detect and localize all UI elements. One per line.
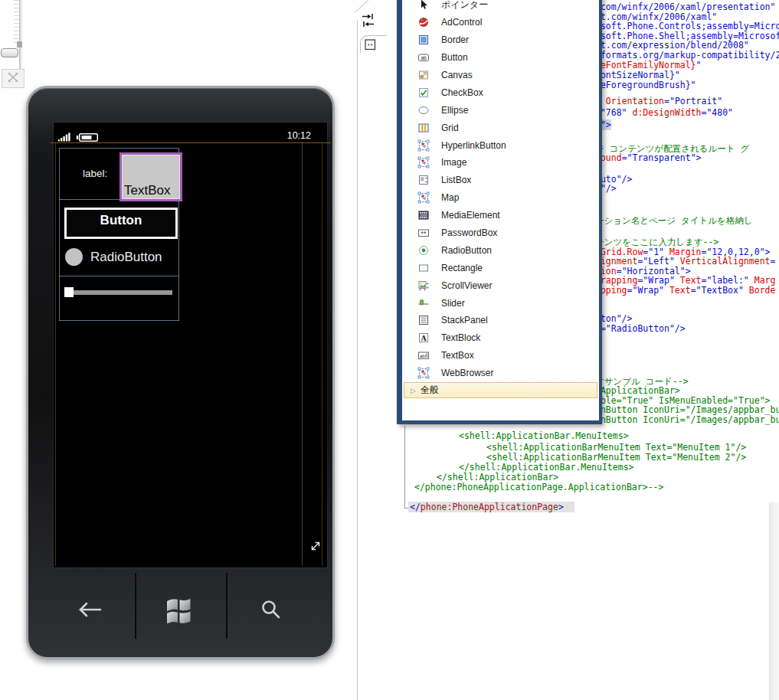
code-line[interactable]: t="RadioButton"/> [595, 323, 686, 334]
code-line[interactable]: .ApplicationBar> [595, 385, 680, 396]
code-line[interactable]: FontSizeNormal}" [595, 70, 680, 80]
toolbox-item-label: Canvas [441, 70, 473, 80]
toolbox-item-WebBrowser[interactable]: WebBrowser [402, 365, 599, 382]
collapse-pane-button[interactable] [365, 39, 377, 51]
code-line[interactable]: lformats.org/markup-compatibility/20 [595, 50, 779, 61]
toolbox-item-label: Ellipse [441, 105, 468, 116]
toolbox-item-label: StackPanel [441, 315, 488, 325]
button-icon: ab [417, 51, 430, 64]
button-control[interactable]: Button [64, 208, 178, 239]
toolbox-item-Slider[interactable]: Slider [402, 294, 599, 312]
toolbox-item-label: Slider [441, 298, 465, 309]
fit-to-screen-button[interactable] [2, 69, 25, 88]
toolbox-item-Grid[interactable]: Grid [402, 119, 599, 136]
code-line[interactable]: neForegroundBrush}" [595, 80, 696, 90]
radiobutton-label[interactable]: RadioButton [90, 250, 162, 265]
designer-pane: 10:12 label: TextBox Button RadioButton [0, 0, 355, 700]
toolbox-item-Canvas[interactable]: Canvas [402, 67, 599, 84]
status-bar-clock: 10:12 [245, 130, 311, 141]
toolbox-item-label: Grid [441, 123, 459, 133]
toolbox-item-TextBox[interactable]: ablTextBox [402, 347, 599, 365]
pane-splitter[interactable] [357, 20, 358, 700]
toolbox-item-TextBlock[interactable]: ATextBlock [402, 329, 599, 347]
toolbox-item-Ellipse[interactable]: Ellipse [402, 101, 599, 119]
code-line[interactable]: apping="Wrap" Text="TextBox" Borde [595, 285, 775, 296]
code-line[interactable]: ーション名とページ タイトルを格納し [595, 215, 753, 226]
design-surface-resize-icon[interactable] [309, 540, 322, 552]
code-line[interactable]: </shell:ApplicationBar.MenuItems> [459, 462, 633, 473]
toolbox-item-Map[interactable]: Map [402, 189, 599, 207]
margin-guide-horizontal [51, 142, 331, 143]
slider-track[interactable] [74, 290, 172, 295]
toolbox-item-AdControl[interactable]: AdControl [402, 14, 599, 31]
code-line[interactable]: ft.com/expression/blend/2008" [595, 40, 749, 51]
stackpanel-icon [417, 314, 430, 326]
code-line[interactable]: round="Transparent"> [595, 152, 701, 163]
rectangle-icon [417, 262, 430, 274]
code-line[interactable]: Wrapping="Wrap" Text="label:" Marg [595, 275, 775, 286]
chevron-collapsed-icon: ▷ [411, 387, 416, 394]
phone-screen: 10:12 label: TextBox Button RadioButton [54, 123, 327, 568]
toolbox-item-ScrollViewer[interactable]: ScrollViewer [402, 276, 599, 294]
code-folding-margin[interactable] [404, 426, 405, 508]
toolbox-group-general[interactable]: ▷ 全般 [404, 382, 597, 398]
code-line[interactable]: onButton IconUri="/Images/appbar_bu [595, 414, 779, 425]
button-divider [135, 573, 136, 639]
zoom-slider-track[interactable] [19, 0, 21, 70]
media-icon [417, 209, 430, 221]
toolbox-item-label: TextBox [441, 350, 474, 361]
toolbox-item-StackPanel[interactable]: StackPanel [402, 312, 599, 329]
toolbox-item-Image[interactable]: Image [402, 154, 599, 172]
code-line[interactable]: </phone:PhoneApplicationPage> [408, 502, 574, 512]
search-icon [259, 598, 282, 624]
listbox-icon [417, 174, 430, 186]
code-line[interactable]: ="768" d:DesignWidth="480" [595, 107, 733, 118]
zoom-slider-thumb[interactable] [1, 48, 18, 57]
textbox-text: TextBox [124, 183, 170, 198]
code-line[interactable]: </shell:ApplicationBar> [437, 472, 558, 482]
radiobutton-circle[interactable] [65, 248, 83, 266]
checkbox-icon [417, 87, 430, 99]
code-line[interactable]: lignment="Left" VerticalAlignment= [595, 256, 775, 267]
toolbox-item-Rectangle[interactable]: Rectangle [402, 259, 599, 276]
toolbox-item-ポインター[interactable]: ポインター [402, 0, 599, 14]
margin-guide-right [322, 142, 322, 566]
code-line[interactable]: neFontFamilyNormal}" [595, 60, 702, 70]
code-line[interactable]: テンツをここに入力します--> [595, 237, 718, 247]
code-line[interactable]: <shell:ApplicationBar.MenuItems> [459, 430, 629, 441]
pane-splitter-edge [355, 0, 369, 13]
toolbox-item-CheckBox[interactable]: CheckBox [402, 83, 599, 101]
toolbox-popup: ポインターAdControlBorderabButtonCanvasCheckB… [397, 0, 602, 424]
toolbox-group-label: 全般 [421, 384, 439, 397]
ide-window: 10:12 label: TextBox Button RadioButton [0, 0, 779, 700]
editor-scrollbar[interactable] [769, 502, 779, 700]
toolbox-item-label: WebBrowser [441, 368, 493, 378]
textblock-label[interactable]: label: [83, 168, 107, 179]
toolbox-item-ListBox[interactable]: ListBox [402, 172, 599, 189]
code-line[interactable]: <shell:ApplicationBarMenuItem Text="Menu… [486, 442, 746, 453]
toolbox-item-Button[interactable]: abButton [402, 49, 599, 67]
code-line[interactable]: <shell:ApplicationBarMenuItem Text="Menu… [486, 452, 746, 463]
toolbox-item-PasswordBox[interactable]: **PasswordBox [402, 224, 599, 242]
code-line[interactable]: osoft.Phone.Controls;assembly=Microso [595, 21, 779, 31]
radio-icon [417, 244, 430, 257]
toolbox-item-label: ScrollViewer [441, 280, 492, 291]
toolbox-item-HyperlinkButton[interactable]: HyperlinkButton [402, 136, 599, 154]
toolbox-item-label: Map [441, 192, 459, 203]
swap-panes-button[interactable] [362, 13, 375, 28]
fit-to-screen-icon [8, 72, 18, 86]
code-line[interactable]: onButton IconUri="/Images/appbar_bu [595, 404, 779, 415]
phone-emulator: 10:12 label: TextBox Button RadioButton [26, 86, 335, 659]
code-line[interactable]: " Orientation="Portrait" [595, 96, 722, 106]
code-line[interactable]: .com/winfx/2006/xaml/presentation" [595, 2, 775, 12]
back-button-icon [77, 601, 103, 621]
scrollviewer-icon [417, 280, 430, 292]
code-line[interactable]: </phone:PhoneApplicationPage.Application… [414, 482, 663, 492]
toolbox-item-MediaElement[interactable]: MediaElement [402, 207, 599, 224]
toolbox-item-RadioButton[interactable]: RadioButton [402, 241, 599, 259]
textbox-control[interactable]: TextBox [119, 152, 182, 201]
slider-thumb[interactable] [64, 287, 74, 297]
svg-text:ab: ab [421, 55, 427, 61]
toolbox-item-Border[interactable]: Border [402, 31, 599, 49]
toolbox-items: ポインターAdControlBorderabButtonCanvasCheckB… [402, 0, 599, 382]
